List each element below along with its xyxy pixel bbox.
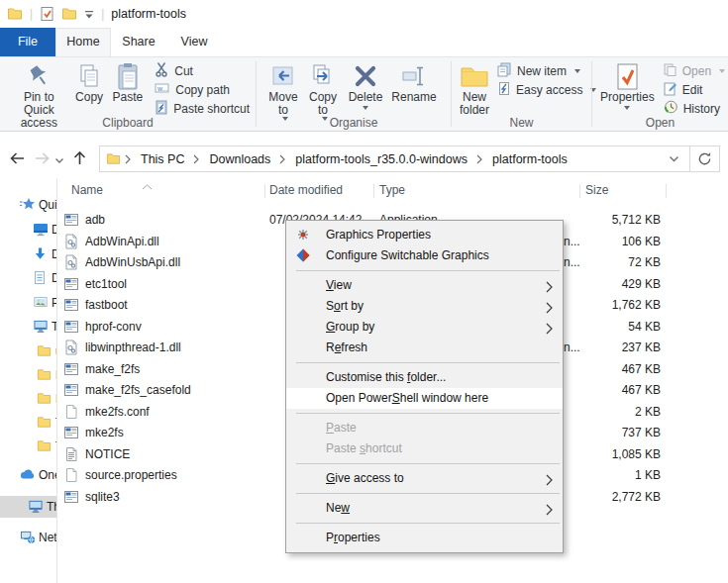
breadcrumb-segment[interactable]: platform-tools_r35.0.0-windows [288,152,474,166]
easy-access-button[interactable]: Easy access [497,80,596,99]
copy-to-button[interactable]: Copy to [304,60,342,121]
download-icon [33,246,48,264]
cloud-icon [20,467,36,483]
open-label: Open [682,64,711,78]
edit-icon [663,81,677,99]
edit-button[interactable]: Edit [663,80,725,99]
submenu-arrow-icon [546,502,553,523]
sidebar-item-label: Quick access [39,198,56,212]
up-button[interactable] [70,149,89,170]
app-file-icon [63,297,79,316]
copy-button[interactable]: Copy [72,60,107,104]
open-icon [663,62,677,80]
sidebar-item-t[interactable]: T [0,412,56,434]
sidebar-item-t[interactable]: T [0,436,56,457]
file-name: AdbWinUsbApi.dll [85,255,180,269]
sidebar-item-this-pc[interactable]: This PC [0,496,56,518]
column-divider[interactable] [666,184,667,198]
quick-access-toolbar-dropdown-icon[interactable] [84,10,94,19]
new-item-button[interactable]: New item [497,61,596,80]
sidebar-item-downloads[interactable]: Downloads [0,243,56,265]
column-divider[interactable] [264,184,265,198]
breadcrumb-chevron-icon[interactable] [277,154,288,164]
monitor-icon [28,499,44,517]
address-box[interactable]: This PCDownloadsplatform-tools_r35.0.0-w… [99,146,690,172]
breadcrumb-chevron-icon[interactable] [474,154,485,164]
breadcrumb-segment[interactable]: platform-tools [485,152,574,166]
sidebar-item-documents[interactable]: Documents [0,267,56,289]
paste-icon [116,61,140,91]
menu-separator [296,362,560,363]
ribbon: Pin to Quick access Copy Paste [0,56,728,132]
quick-access-properties-icon[interactable] [40,6,54,22]
sort-ascending-icon [142,179,153,193]
menu-item-customise-this-folder-[interactable]: Customise this folder... [286,367,563,388]
breadcrumb-segment[interactable]: Downloads [202,152,277,166]
tab-share[interactable]: Share [111,28,166,56]
open-button[interactable]: Open [663,61,725,80]
menu-item-configure-switchable-graphics[interactable]: Configure Switchable Graphics [286,245,563,266]
menu-item-paste-shortcut[interactable]: Paste shortcut [286,438,563,459]
app-file-icon [63,382,79,401]
menu-item-give-access-to[interactable]: Give access to [286,468,563,489]
column-header-type[interactable]: Type [379,183,405,197]
refresh-button[interactable] [689,146,720,172]
tab-file[interactable]: File [0,28,55,56]
breadcrumb-segment[interactable]: This PC [134,152,191,166]
tab-home[interactable]: Home [55,28,111,56]
new-folder-label: New folder [460,91,489,117]
recent-locations-chevron-icon[interactable] [54,154,64,168]
app-file-icon [63,212,79,231]
copy-path-button[interactable]: w... Copy path [155,80,250,99]
sidebar-item-network[interactable]: Network [0,527,56,548]
new-folder-button[interactable]: New folder [460,60,489,117]
rename-button[interactable]: Rename [389,60,439,104]
file-name: make_f2fs [85,362,140,376]
sidebar-item-onedrive[interactable]: OneDrive [0,464,56,486]
menu-item-label: Customise this folder... [326,370,446,384]
forward-button[interactable] [33,149,52,170]
back-button[interactable] [8,149,27,170]
sidebar-item-label: This PC [47,500,56,514]
sidebar-item-n[interactable]: N [0,364,56,386]
menu-item-sort-by[interactable]: Sort by [286,296,563,317]
sidebar-item-desktop[interactable]: Desktop [0,219,56,241]
menu-item-label: Paste [326,421,357,435]
sidebar-item-this-pc[interactable]: This PC [0,316,56,338]
address-dropdown-chevron-icon[interactable] [669,155,683,163]
properties-dropdown-caret [624,106,630,110]
star-icon [20,197,36,215]
properties-button[interactable]: Properties [600,60,655,110]
column-divider[interactable] [579,184,580,198]
move-to-button[interactable]: Move to [264,60,302,121]
column-header-date-modified[interactable]: Date modified [269,183,343,197]
menu-item-properties[interactable]: Properties [286,528,563,548]
menu-item-refresh[interactable]: Refresh [286,338,563,358]
breadcrumb-chevron-icon[interactable] [191,154,202,164]
svg-text:w...: w... [156,85,168,92]
context-menu: Graphics PropertiesConfigure Switchable … [285,220,564,553]
menu-item-paste[interactable]: Paste [286,418,563,438]
column-divider[interactable] [373,184,374,198]
file-explorer-window: | | platform-tools File Home Share View [0,0,728,583]
quick-access-new-folder-icon[interactable] [61,6,77,22]
easy-access-label: Easy access [516,83,582,97]
delete-button[interactable]: Delete [344,60,387,110]
column-header-size[interactable]: Size [585,183,608,197]
menu-item-open-powershell-window-here[interactable]: Open PowerShell window here [286,388,563,409]
breadcrumb-chevron-icon[interactable] [123,154,134,164]
menu-item-graphics-properties[interactable]: Graphics Properties [286,225,563,245]
cut-button[interactable]: Cut [155,61,250,80]
menu-item-group-by[interactable]: Group by [286,317,563,338]
column-header-name[interactable]: Name [71,183,103,197]
sidebar-item-quick-access[interactable]: Quick access [0,194,56,216]
menu-item-new[interactable]: New [286,498,563,519]
paste-button[interactable]: Paste [109,60,148,104]
copy-path-label: Copy path [175,83,230,97]
sidebar-item-u[interactable]: u [0,340,56,362]
menu-item-view[interactable]: View [286,275,563,296]
sidebar-item-n[interactable]: N [0,388,56,410]
sidebar-item-pictures[interactable]: Pictures [0,292,56,314]
tab-view[interactable]: View [166,28,222,56]
open-dropdown-caret [719,69,725,73]
